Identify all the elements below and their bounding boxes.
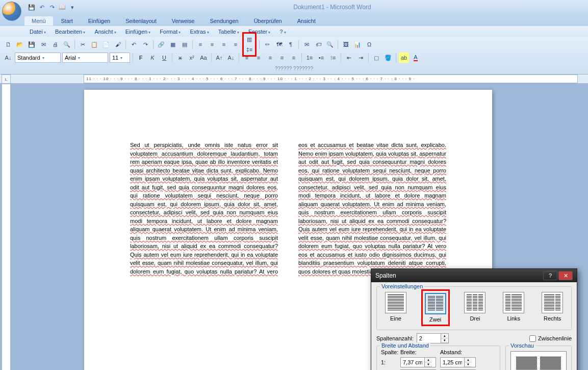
tab-references[interactable]: Verweise xyxy=(165,16,202,26)
row1-width-spinner[interactable]: ▲▼ xyxy=(400,357,436,367)
divider-checkbox[interactable]: Zwischenlinie xyxy=(529,335,572,342)
ruler-corner[interactable]: L xyxy=(2,75,11,84)
preset-two[interactable]: Zwei xyxy=(424,292,447,324)
tab-menu[interactable]: Menü xyxy=(24,16,53,26)
decrease-indent-icon[interactable]: ⇤ xyxy=(344,53,354,63)
columns-icon[interactable]: ▥ xyxy=(244,34,254,44)
tab-mailings[interactable]: Sendungen xyxy=(202,16,245,26)
column-count-spinner[interactable]: ▲▼ xyxy=(417,333,449,343)
justify-icon[interactable]: ≡ xyxy=(231,39,241,50)
document-text[interactable]: Sed ut perspiciatis, unde omnis iste nat… xyxy=(130,141,446,276)
menu-tools[interactable]: Extras xyxy=(186,28,213,36)
redo-icon[interactable]: ↷ xyxy=(48,3,56,11)
qat-more-icon[interactable]: ▾ xyxy=(68,3,76,11)
highlight-icon[interactable]: ab xyxy=(399,53,409,63)
open-icon[interactable]: 📂 xyxy=(15,39,25,50)
format-painter-icon[interactable]: 🖌 xyxy=(113,39,123,50)
envelope-icon[interactable]: ✉ xyxy=(301,39,312,50)
spin-down-icon[interactable]: ▼ xyxy=(441,338,448,343)
align-right-icon[interactable]: ≡ xyxy=(219,39,229,50)
multilevel-icon[interactable]: ⁝≡ xyxy=(328,53,338,63)
row1-gap-spinner[interactable]: ▲▼ xyxy=(440,357,476,367)
cut-icon[interactable]: ✂ xyxy=(78,39,88,50)
vertical-ruler[interactable] xyxy=(2,84,11,370)
document-map-icon[interactable]: 🗺 xyxy=(274,39,284,50)
menu-file[interactable]: Datei xyxy=(25,28,50,36)
new-doc-icon[interactable]: 🗋 xyxy=(3,39,13,50)
document-area: Sed ut perspiciatis, unde omnis iste nat… xyxy=(0,84,588,370)
symbol-icon[interactable]: Ω xyxy=(364,39,374,50)
dialog-titlebar[interactable]: Spalten ? ✕ xyxy=(371,269,577,282)
change-case-icon[interactable]: Aa xyxy=(198,53,209,63)
preset-three[interactable]: Drei xyxy=(464,292,485,324)
bullets-icon[interactable]: •≡ xyxy=(316,53,326,63)
print-icon[interactable]: 🖨 xyxy=(50,39,60,50)
shading-icon[interactable]: 🪣 xyxy=(383,53,393,63)
align-left-icon[interactable]: ≡ xyxy=(195,39,206,50)
font-selector[interactable]: Arial xyxy=(62,53,108,63)
undo-icon[interactable]: ↶ xyxy=(38,3,46,11)
menu-view[interactable]: Ansicht xyxy=(90,28,120,36)
preview-icon[interactable]: 🔍 xyxy=(62,39,72,50)
tab-insert[interactable]: Einfügen xyxy=(81,16,117,26)
grow-font-icon[interactable]: A↑ xyxy=(214,53,224,63)
increase-indent-icon[interactable]: ⇥ xyxy=(355,53,366,63)
picture-icon[interactable]: 🖼 xyxy=(341,39,351,50)
drawing-icon[interactable]: ✏ xyxy=(262,39,272,50)
excel-icon[interactable]: ▤ xyxy=(180,39,190,50)
tab-pagelayout[interactable]: Seitenlayout xyxy=(118,16,164,26)
style-selector[interactable]: Standard xyxy=(15,53,61,63)
justify-icon[interactable]: ≡ xyxy=(277,53,287,63)
save-icon[interactable]: 💾 xyxy=(27,39,37,50)
shrink-font-icon[interactable]: A↓ xyxy=(226,53,236,63)
redo-icon[interactable]: ↷ xyxy=(140,39,150,50)
preview-group: Vorschau xyxy=(505,346,572,370)
undo-icon[interactable]: ↶ xyxy=(129,39,139,50)
table-icon[interactable]: ▦ xyxy=(168,39,178,50)
book-icon[interactable]: 📖 xyxy=(58,3,66,11)
mail-icon[interactable]: ✉ xyxy=(38,39,48,50)
italic-icon[interactable]: K xyxy=(147,53,158,63)
align-left-icon[interactable]: ≡ xyxy=(242,53,252,63)
separator xyxy=(341,53,341,62)
hyperlink-icon[interactable]: 🔗 xyxy=(156,39,166,50)
menu-insert[interactable]: Einfügen xyxy=(121,28,155,36)
align-center-icon[interactable]: ≡ xyxy=(253,53,264,63)
superscript-icon[interactable]: x² xyxy=(187,53,197,63)
spin-up-icon[interactable]: ▲ xyxy=(441,334,448,338)
preset-left[interactable]: Links xyxy=(503,292,524,324)
menu-edit[interactable]: Bearbeiten xyxy=(51,28,89,36)
menu-format[interactable]: Format xyxy=(156,28,185,36)
menu-table[interactable]: Tabelle xyxy=(214,28,243,36)
styles-pane-icon[interactable]: A↓ xyxy=(3,53,13,63)
close-button[interactable]: ✕ xyxy=(558,271,573,280)
divider-input[interactable] xyxy=(529,335,536,342)
distributed-icon[interactable]: ≡ xyxy=(289,53,299,63)
align-center-icon[interactable]: ≡ xyxy=(207,39,217,50)
font-color-icon[interactable]: A xyxy=(411,53,421,63)
tab-view[interactable]: Ansicht xyxy=(290,16,323,26)
strikethrough-icon[interactable]: x̶ xyxy=(175,53,185,63)
paste-icon[interactable]: 📄 xyxy=(101,39,111,50)
bold-icon[interactable]: F xyxy=(136,53,146,63)
chart-icon[interactable]: 📊 xyxy=(352,39,363,50)
tab-start[interactable]: Start xyxy=(54,16,80,26)
zoom-icon[interactable]: 🔍 xyxy=(325,39,335,50)
underline-icon[interactable]: U xyxy=(159,53,169,63)
numbering-icon[interactable]: 1≡ xyxy=(304,53,315,63)
copy-icon[interactable]: 📋 xyxy=(89,39,99,50)
paragraph-icon[interactable]: ¶ xyxy=(286,39,296,50)
help-button[interactable]: ? xyxy=(543,271,557,280)
column-count-input[interactable] xyxy=(417,335,441,341)
preset-right[interactable]: Rechts xyxy=(542,292,563,324)
office-button[interactable] xyxy=(2,2,21,21)
align-right-icon[interactable]: ≡ xyxy=(265,53,275,63)
labels-icon[interactable]: 🏷 xyxy=(313,39,323,50)
save-icon[interactable]: 💾 xyxy=(28,3,36,11)
horizontal-ruler[interactable]: 11 · · · 10 · · · 9 · · · 8 · · · 1 · · … xyxy=(84,75,578,83)
menu-help[interactable]: ? xyxy=(275,28,290,36)
borders-icon[interactable]: ▢ xyxy=(371,53,381,63)
preset-one[interactable]: Eine xyxy=(385,292,406,324)
tab-review[interactable]: Überprüfen xyxy=(247,16,289,26)
size-selector[interactable]: 11 xyxy=(110,53,130,63)
